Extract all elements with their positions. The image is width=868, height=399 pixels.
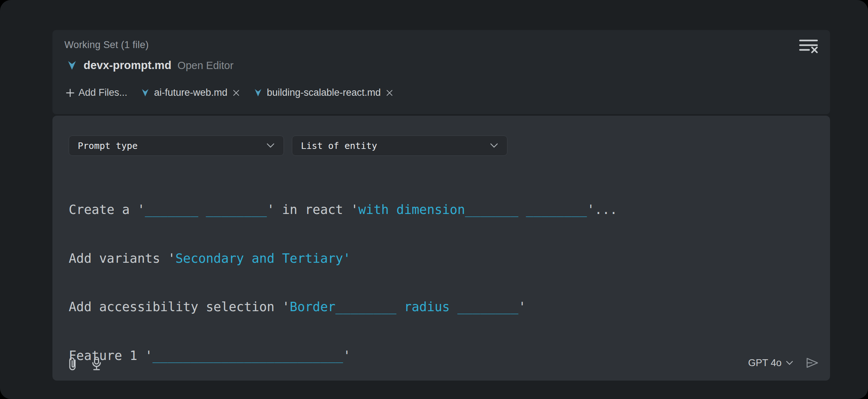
prompt-line: Feature 1 '_________________________'	[69, 346, 617, 366]
file-chip-label: ai-future-web.md	[154, 87, 227, 98]
model-selector[interactable]: GPT 4o	[748, 357, 793, 369]
send-button[interactable]	[804, 355, 821, 371]
attached-files-row: Add Files... ai-future-web.md building-s…	[65, 87, 393, 98]
file-chip[interactable]: building-scalable-react.md	[254, 87, 393, 98]
close-icon[interactable]	[232, 89, 240, 97]
markdown-file-icon	[141, 88, 149, 98]
markdown-file-icon	[67, 60, 77, 71]
prompt-line: Add variants 'Secondary and Tertiary'	[69, 249, 617, 269]
entity-list-dropdown[interactable]: List of entity	[292, 136, 507, 156]
paperclip-icon	[67, 356, 78, 372]
prompt-line: Create a '_______ ________' in react 'wi…	[69, 200, 617, 220]
file-chip[interactable]: ai-future-web.md	[141, 87, 240, 98]
working-set-label: Working Set (1 file)	[64, 39, 149, 51]
markdown-file-icon	[254, 88, 262, 98]
prompt-text-input[interactable]: Create a '_______ ________' in react 'wi…	[69, 171, 617, 399]
chevron-down-icon	[490, 143, 498, 148]
prompt-type-dropdown[interactable]: Prompt type	[69, 136, 284, 156]
composer-footer-left	[67, 356, 103, 372]
clear-list-icon	[799, 38, 818, 55]
model-label: GPT 4o	[748, 357, 782, 369]
send-icon	[804, 355, 821, 371]
prompt-line: Feature 2 '_________________________'...	[69, 394, 617, 399]
plus-icon	[65, 88, 75, 98]
copilot-edits-window: Working Set (1 file) devx-prompt.md Open…	[0, 0, 868, 399]
attach-button[interactable]	[67, 356, 78, 372]
prompt-composer: Prompt type List of entity Create a '___…	[52, 116, 830, 381]
add-files-label: Add Files...	[78, 87, 127, 98]
prompt-line: Add accessibility selection 'Border_____…	[69, 297, 617, 317]
microphone-icon	[90, 356, 103, 372]
working-set-file-row[interactable]: devx-prompt.md Open Editor	[67, 59, 234, 72]
close-icon[interactable]	[386, 89, 393, 97]
dropdown-label: List of entity	[301, 141, 377, 151]
working-set-panel: Working Set (1 file) devx-prompt.md Open…	[52, 30, 830, 114]
open-editor-link[interactable]: Open Editor	[178, 60, 234, 72]
chevron-down-icon	[266, 143, 275, 148]
dropdown-label: Prompt type	[78, 141, 138, 151]
mic-button[interactable]	[90, 356, 103, 372]
composer-footer-right: GPT 4o	[748, 355, 821, 371]
clear-working-set-button[interactable]	[799, 38, 818, 55]
chevron-down-icon	[786, 361, 793, 365]
add-files-button[interactable]: Add Files...	[65, 87, 127, 98]
file-name: devx-prompt.md	[84, 59, 171, 72]
file-chip-label: building-scalable-react.md	[267, 87, 381, 98]
